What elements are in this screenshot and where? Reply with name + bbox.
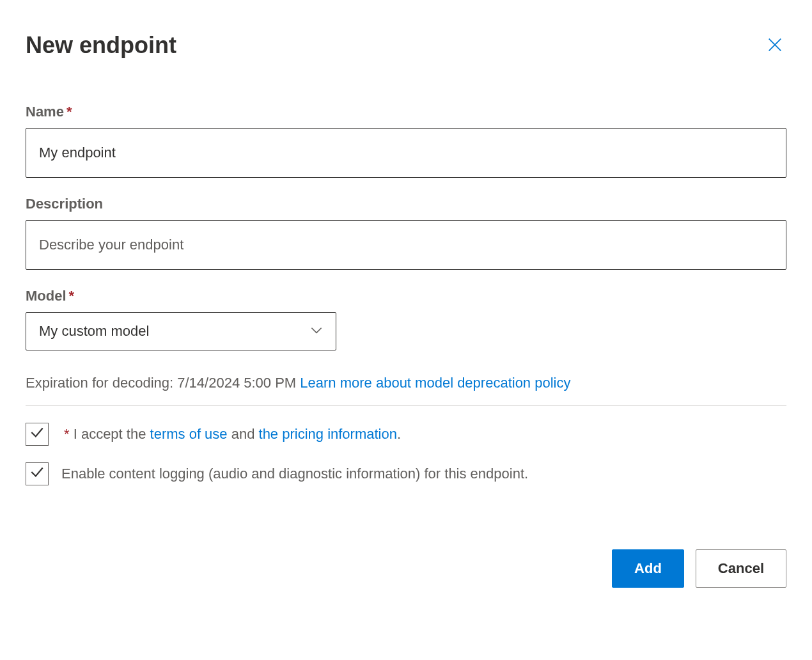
checkmark-icon bbox=[29, 424, 45, 444]
model-label: Model* bbox=[26, 288, 786, 304]
close-button[interactable] bbox=[763, 33, 786, 58]
name-input[interactable] bbox=[26, 128, 786, 178]
required-mark: * bbox=[64, 426, 70, 442]
model-select[interactable]: My custom model bbox=[26, 312, 336, 350]
terms-text-3: . bbox=[397, 426, 401, 442]
model-label-text: Model bbox=[26, 288, 66, 304]
terms-text-2: and bbox=[228, 426, 259, 442]
deprecation-policy-link[interactable]: Learn more about model deprecation polic… bbox=[300, 375, 570, 391]
description-input[interactable] bbox=[26, 220, 786, 270]
terms-of-use-link[interactable]: terms of use bbox=[150, 426, 228, 442]
terms-checkbox[interactable] bbox=[26, 423, 49, 446]
close-icon bbox=[766, 36, 784, 56]
checkmark-icon bbox=[29, 464, 45, 484]
name-label-text: Name bbox=[26, 104, 64, 120]
dialog-title: New endpoint bbox=[26, 32, 176, 59]
name-label: Name* bbox=[26, 104, 786, 120]
add-button[interactable]: Add bbox=[612, 549, 684, 588]
terms-label: * I accept the terms of use and the pric… bbox=[61, 425, 401, 444]
logging-label: Enable content logging (audio and diagno… bbox=[61, 464, 528, 484]
expiration-info: Expiration for decoding: 7/14/2024 5:00 … bbox=[26, 375, 786, 406]
description-label: Description bbox=[26, 196, 786, 212]
required-mark: * bbox=[66, 104, 72, 120]
logging-checkbox[interactable] bbox=[26, 462, 49, 485]
cancel-button[interactable]: Cancel bbox=[696, 549, 786, 588]
model-select-value: My custom model bbox=[39, 323, 149, 340]
required-mark: * bbox=[69, 288, 75, 304]
expiration-date: 7/14/2024 5:00 PM bbox=[177, 375, 296, 391]
terms-text-1: I accept the bbox=[70, 426, 150, 442]
pricing-info-link[interactable]: the pricing information bbox=[259, 426, 397, 442]
expiration-prefix: Expiration for decoding: bbox=[26, 375, 177, 391]
